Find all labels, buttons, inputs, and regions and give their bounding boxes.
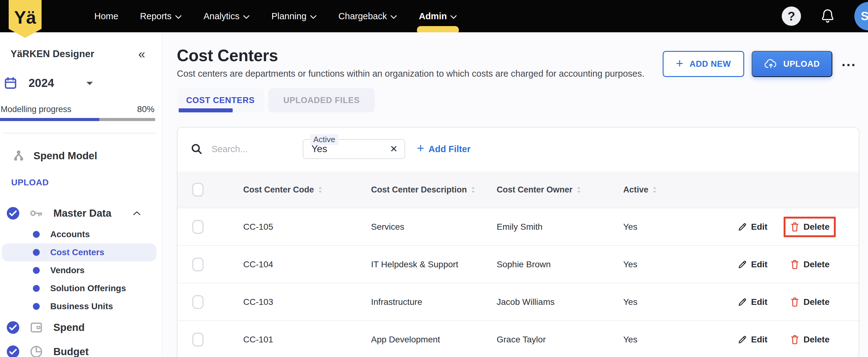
row-checkbox[interactable] <box>192 220 204 234</box>
sidebar-section-spend[interactable]: Spend <box>0 316 161 339</box>
help-icon[interactable]: ? <box>782 6 801 26</box>
sidebar-item-label: Cost Centers <box>50 247 104 257</box>
chevron-down-icon <box>450 15 457 19</box>
sort-icon[interactable] <box>577 186 581 194</box>
plus-icon: + <box>676 57 683 70</box>
user-avatar[interactable]: SS <box>854 2 868 30</box>
add-filter-button[interactable]: + Add Filter <box>417 143 471 155</box>
nav-item-label: Reports <box>140 11 172 22</box>
column-header: Active <box>623 185 698 195</box>
delete-button[interactable]: Delete <box>784 329 836 350</box>
filter-chip-label: Active <box>310 134 338 145</box>
column-header: Cost Center Code <box>243 185 371 195</box>
nav-item-admin[interactable]: Admin <box>419 0 457 32</box>
sidebar-item-vendors[interactable]: Vendors <box>2 261 156 279</box>
sidebar-item-accounts[interactable]: Accounts <box>2 226 156 243</box>
sidebar-collapse-icon[interactable]: « <box>138 48 145 60</box>
sidebar-title: YäRKEN Designer <box>10 49 94 60</box>
cell-cost-center-description: App Development <box>371 335 440 344</box>
delete-button[interactable]: Delete <box>784 292 836 312</box>
sidebar-item-business-units[interactable]: Business Units <box>2 297 156 316</box>
row-checkbox[interactable] <box>192 258 204 271</box>
cell-cost-center-owner: Grace Taylor <box>497 335 546 344</box>
year-caret-down-icon[interactable] <box>86 81 94 86</box>
chevron-down-icon <box>175 15 182 19</box>
trash-icon <box>790 334 800 345</box>
chevron-down-icon <box>310 15 317 19</box>
search-input[interactable] <box>211 144 295 155</box>
sidebar-item-solution-offerings[interactable]: Solution Offerings <box>2 279 156 297</box>
table-row: CC-103InfrastructureJacob WilliamsYesEdi… <box>178 283 859 320</box>
tab-uploaded-files[interactable]: UPLOADED FILES <box>268 88 375 112</box>
delete-button-highlighted[interactable]: Delete <box>784 217 836 237</box>
sidebar-item-label: Business Units <box>50 301 113 311</box>
trash-icon <box>790 259 800 270</box>
cell-cost-center-code: CC-105 <box>243 222 273 232</box>
top-navbar: Yä HomeReportsAnalyticsPlanningChargebac… <box>0 0 868 32</box>
clear-filter-icon[interactable]: ✕ <box>390 144 398 154</box>
pie-icon <box>29 345 43 357</box>
table-body: CC-105ServicesEmily SmithYesEditDeleteCC… <box>178 208 859 357</box>
navbar-right: ? SS <box>782 0 868 32</box>
sidebar-divider <box>2 133 157 133</box>
pencil-icon <box>737 222 747 232</box>
chevron-down-icon <box>243 15 250 19</box>
table-header: Cost Center CodeCost Center DescriptionC… <box>178 172 859 208</box>
help-glyph: ? <box>788 9 795 23</box>
nav-item-analytics[interactable]: Analytics <box>204 0 250 32</box>
sidebar-item-cost-centers[interactable]: Cost Centers <box>2 243 156 261</box>
edit-button[interactable]: Edit <box>737 297 768 307</box>
section-label: Master Data <box>53 207 112 219</box>
sort-icon[interactable] <box>652 186 657 194</box>
pencil-icon <box>737 297 747 307</box>
nav-item-label: Analytics <box>204 11 240 22</box>
edit-button[interactable]: Edit <box>737 222 768 232</box>
cell-cost-center-owner: Jacob Williams <box>497 297 555 307</box>
row-checkbox[interactable] <box>192 333 204 347</box>
trash-icon <box>790 222 800 232</box>
edit-button[interactable]: Edit <box>737 335 768 345</box>
cell-cost-center-code: CC-104 <box>243 260 273 269</box>
sidebar-section-master-data[interactable]: Master Data <box>0 201 161 226</box>
active-filter-chip[interactable]: Active Yes ✕ <box>303 139 405 159</box>
check-circle-icon <box>6 206 20 220</box>
select-all-checkbox[interactable] <box>192 183 204 197</box>
sort-icon[interactable] <box>318 186 322 194</box>
sidebar-upload-link[interactable]: UPLOAD <box>11 178 161 187</box>
tab-cost-centers[interactable]: COST CENTERS <box>177 88 264 112</box>
cloud-upload-icon <box>764 59 778 69</box>
brand-logo[interactable]: Yä <box>9 0 41 38</box>
check-circle-icon <box>6 345 20 357</box>
nav-item-label: Chargeback <box>338 11 387 22</box>
pencil-icon <box>737 335 747 345</box>
add-new-button[interactable]: + ADD NEW <box>663 51 744 77</box>
main-content: Cost Centers Cost centers are department… <box>162 32 868 357</box>
edit-button[interactable]: Edit <box>737 260 768 269</box>
sidebar-section-budget[interactable]: Budget <box>0 339 161 357</box>
sidebar-item-spend-model[interactable]: Spend Model <box>12 149 161 163</box>
upload-button[interactable]: UPLOAD <box>752 51 832 77</box>
bullet-dot-icon <box>33 303 40 310</box>
nav-item-home[interactable]: Home <box>94 0 118 32</box>
bullet-dot-icon <box>33 285 40 292</box>
cell-active: Yes <box>623 222 638 232</box>
sort-icon[interactable] <box>471 186 475 194</box>
search-icon <box>190 143 203 155</box>
nav-item-planning[interactable]: Planning <box>272 0 317 32</box>
cell-cost-center-owner: Emily Smith <box>497 222 542 232</box>
nav-item-chargeback[interactable]: Chargeback <box>338 0 397 32</box>
cell-cost-center-description: Infrastructure <box>371 297 422 307</box>
column-header: Cost Center Description <box>371 185 497 195</box>
chevron-up-icon[interactable] <box>133 211 141 216</box>
more-options-icon[interactable]: ... <box>842 58 856 69</box>
sidebar-item-label: Vendors <box>50 265 84 275</box>
delete-button[interactable]: Delete <box>784 254 836 275</box>
add-new-label: ADD NEW <box>690 59 731 69</box>
cell-active: Yes <box>623 260 638 269</box>
trash-icon <box>790 297 800 307</box>
notifications-bell-icon[interactable] <box>820 8 835 24</box>
row-checkbox[interactable] <box>192 295 204 309</box>
nav-item-reports[interactable]: Reports <box>140 0 182 32</box>
table-row: CC-101App DevelopmentGrace TaylorYesEdit… <box>178 320 859 357</box>
year-selector[interactable]: 2024 <box>4 77 161 90</box>
